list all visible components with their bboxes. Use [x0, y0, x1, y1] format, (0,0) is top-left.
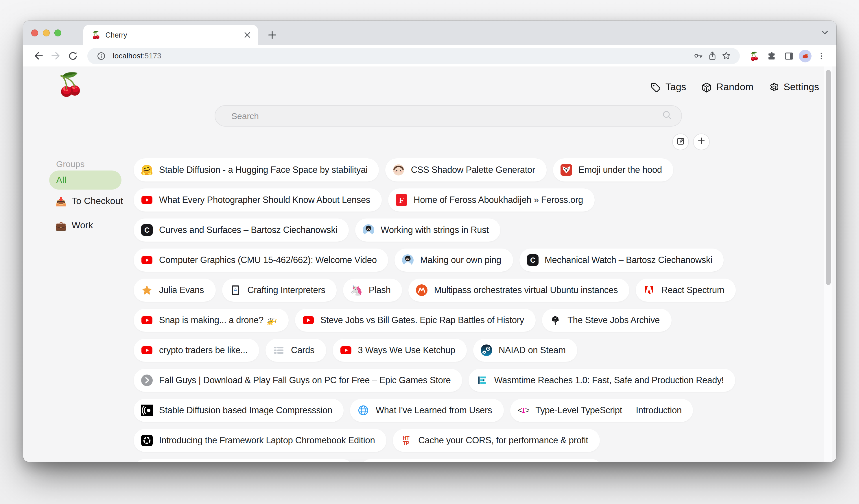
url-port: :5173 [142, 51, 161, 60]
bookmark-label: crypto traders be like... [159, 345, 247, 356]
youtube-icon [303, 314, 314, 326]
share-icon[interactable] [705, 49, 719, 63]
svg-text:C: C [144, 226, 150, 234]
bookmark-label: Curves and Surfaces – Bartosz Ciechanows… [159, 225, 337, 235]
bookmark-row: crypto traders be like...Cards3 Ways We … [134, 339, 803, 362]
bookmark-label: Home of Feross Aboukhadijeh » Feross.org [413, 195, 583, 205]
scrollbar-thumb[interactable] [826, 70, 831, 285]
svg-text:>: > [525, 406, 529, 415]
adobe-icon [643, 284, 655, 296]
password-key-icon[interactable] [691, 49, 705, 63]
bookmark-pill[interactable]: Wasmtime Reaches 1.0: Fast, Safe and Pro… [469, 369, 735, 392]
edit-button[interactable] [672, 133, 689, 150]
new-tab-button[interactable] [264, 27, 280, 43]
browser-tab[interactable]: 🍒 Cherry [83, 25, 258, 45]
bookmark-pill[interactable]: Making our own ping [395, 249, 513, 272]
bookmark-pill[interactable]: CSS Shadow Palette Generator [386, 158, 547, 182]
bookmark-pill[interactable]: Steve Jobs vs Bill Gates. Epic Rap Battl… [295, 309, 536, 332]
sidebar-item-work[interactable]: 💼 Work [56, 219, 93, 232]
bookmark-pill[interactable]: <T>Type-Level TypeScript — Introduction [510, 399, 693, 422]
tag-icon [650, 82, 661, 93]
bookmark-pill[interactable]: The Steve Jobs Archive [542, 309, 671, 332]
bookmark-pill[interactable]: NAIAD on Steam [473, 339, 577, 362]
bookmark-pill[interactable]: What Every Photographer Should Know Abou… [134, 188, 382, 211]
zoom-window-button[interactable] [55, 30, 61, 36]
bookmark-pill[interactable]: CMechanical Watch – Bartosz Ciechanowski [519, 249, 724, 272]
bookmark-label: What Every Photographer Should Know Abou… [159, 195, 370, 205]
bookmark-pill[interactable]: Working with strings in Rust [355, 219, 500, 241]
nav-settings[interactable]: Settings [768, 81, 819, 93]
address-bar[interactable]: localhost:5173 [87, 48, 740, 64]
bookmark-label: 3 Ways We Use Ketchup [358, 345, 455, 356]
tab-strip: 🍒 Cherry [23, 21, 837, 45]
bookmark-pill[interactable]: HTTPCache your CORS, for performance & p… [393, 429, 600, 452]
bookmark-pill[interactable]: Introducing the Framework Laptop Chromeb… [134, 429, 387, 452]
bookmark-pill[interactable]: Snap is making... a drone? 🚁 [134, 309, 289, 332]
bookmark-pill[interactable]: FHome of Feross Aboukhadijeh » Feross.or… [388, 188, 594, 211]
sidebar-item-all[interactable]: All [49, 171, 121, 190]
close-window-button[interactable] [31, 30, 38, 36]
bookmark-pill[interactable]: Multipass orchestrates virtual Ubuntu in… [409, 279, 630, 302]
back-icon[interactable] [31, 48, 46, 63]
bookmark-row: Julia EvansCrafting Interpreters🦄PlashMu… [134, 279, 803, 302]
bookmark-pill[interactable]: 🦄Plash [343, 279, 402, 302]
bookmark-label: Steve Jobs vs Bill Gates. Epic Rap Battl… [320, 315, 524, 326]
browser-window: 🍒 Cherry [23, 21, 837, 462]
briefcase-icon: 💼 [56, 221, 66, 230]
youtube-icon [141, 345, 153, 356]
sidebar-item-to-checkout[interactable]: 📥 To Checkout [56, 194, 123, 208]
site-info-icon[interactable] [94, 49, 108, 63]
url-host: localhost [113, 51, 142, 60]
bookmark-row: 🤗Stable Diffusion - a Hugging Face Space… [134, 158, 803, 182]
gear-icon [768, 82, 780, 93]
nav-tags[interactable]: Tags [650, 81, 686, 93]
add-bookmark-button[interactable] [693, 133, 710, 150]
forward-icon[interactable] [48, 48, 63, 63]
bookmark-pill[interactable]: 3 Ways We Use Ketchup [332, 339, 467, 362]
app-logo-cherry-icon[interactable]: 🍒 [57, 74, 84, 95]
bookmark-label: Stable Diffusion based Image Compresssio… [159, 405, 332, 415]
profile-avatar[interactable] [799, 49, 812, 62]
youtube-icon [141, 314, 153, 326]
bookmark-pill[interactable]: Crafting Interpreters [222, 279, 337, 302]
bookmark-pill[interactable]: Stable Diffusion based Image Compresssio… [134, 399, 344, 422]
bookmark-pill[interactable]: Cards [266, 339, 326, 362]
app-nav: Tags Random Settings [650, 81, 819, 93]
bookmark-label: Making our own ping [420, 255, 501, 265]
bookmark-pill[interactable]: crypto traders be like... [134, 339, 259, 362]
group-all-label: All [56, 175, 66, 185]
search-input[interactable] [230, 110, 662, 121]
browser-menu-icon[interactable] [814, 48, 829, 63]
svg-text:C: C [530, 256, 535, 264]
scrollbar-track[interactable] [824, 66, 832, 462]
tab-close-icon[interactable] [242, 30, 252, 40]
bookmark-pill[interactable]: Julia Evans [134, 279, 215, 302]
bookmark-label: Emoji under the hood [578, 165, 662, 175]
tab-title: Cherry [105, 31, 242, 39]
bookmark-label: Fall Guys | Download & Play Fall Guys on… [159, 375, 451, 385]
bookmark-pill[interactable]: 🤗Stable Diffusion - a Hugging Face Space… [134, 158, 379, 182]
bookmark-pill[interactable]: What I've Learned from Users [350, 399, 503, 422]
window-controls [31, 30, 61, 36]
tab-search-chevron-icon[interactable] [820, 28, 829, 39]
bookmark-pill-partial[interactable] [134, 459, 353, 462]
youtube-icon [141, 194, 153, 206]
bookmark-pill[interactable]: Computer Graphics (CMU 15-462/662): Welc… [134, 249, 389, 272]
nav-random[interactable]: Random [702, 81, 754, 93]
reload-icon[interactable] [65, 48, 80, 63]
extensions-puzzle-icon[interactable] [764, 48, 779, 63]
group-to-checkout-label: To Checkout [72, 196, 123, 206]
ciechanowski-icon: C [141, 224, 153, 236]
nav-settings-label: Settings [784, 81, 819, 93]
side-panel-icon[interactable] [782, 48, 797, 63]
bookmark-pill[interactable]: Emoji under the hood [553, 158, 674, 182]
bookmark-star-icon[interactable] [719, 49, 733, 63]
bookmark-pill[interactable]: CCurves and Surfaces – Bartosz Ciechanow… [134, 219, 349, 241]
cherry-extension-icon[interactable]: 🍒 [747, 48, 762, 63]
youtube-icon [141, 254, 153, 266]
bookmark-pill-partial[interactable] [360, 459, 603, 462]
minimize-window-button[interactable] [43, 30, 50, 36]
bookmark-row: Computer Graphics (CMU 15-462/662): Welc… [134, 249, 803, 272]
bookmark-pill[interactable]: Fall Guys | Download & Play Fall Guys on… [134, 369, 462, 392]
bookmark-pill[interactable]: React Spectrum [636, 279, 736, 302]
